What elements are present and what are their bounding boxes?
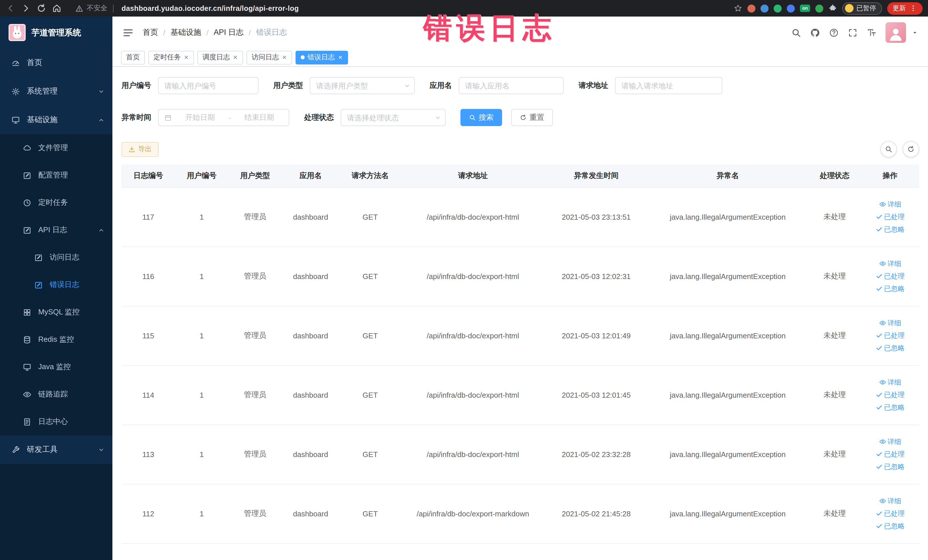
app-logo[interactable]: 芋道管理系统 xyxy=(0,17,112,49)
hamburger-icon[interactable] xyxy=(123,27,133,38)
search-button[interactable]: 搜索 xyxy=(461,109,502,126)
cell-user-id: 1 xyxy=(175,484,228,543)
close-icon[interactable] xyxy=(338,55,343,60)
check-icon xyxy=(876,404,882,411)
reset-button[interactable]: 重置 xyxy=(511,109,553,126)
extensions-puzzle-icon[interactable] xyxy=(829,4,837,12)
github-icon[interactable] xyxy=(810,27,820,37)
processed-link[interactable]: 已处理 xyxy=(876,389,905,401)
detail-link[interactable]: 详细 xyxy=(879,377,901,388)
extension-on-icon[interactable]: on xyxy=(800,5,810,12)
sidebar-item-log-center[interactable]: 日志中心 xyxy=(0,408,112,435)
sidebar-item-mysql-monitor[interactable]: MySQL 监控 xyxy=(0,298,112,326)
breadcrumb-infra[interactable]: 基础设施 xyxy=(171,27,201,38)
tab-schedule-log[interactable]: 调度日志 xyxy=(197,50,243,64)
detail-link[interactable]: 详细 xyxy=(879,436,901,447)
processed-link[interactable]: 已处理 xyxy=(876,330,905,341)
processed-link[interactable]: 已处理 xyxy=(876,270,905,282)
app-name-input[interactable] xyxy=(459,77,564,94)
reload-icon[interactable] xyxy=(37,3,46,13)
tab-home[interactable]: 首页 xyxy=(121,50,145,64)
extension-icon[interactable] xyxy=(815,4,823,12)
sidebar-item-access-log[interactable]: 访问日志 xyxy=(0,244,112,271)
bookmark-star-icon[interactable] xyxy=(734,4,742,12)
user-id-input[interactable] xyxy=(158,77,258,94)
detail-link[interactable]: 详细 xyxy=(879,258,901,269)
ignored-link[interactable]: 已忽略 xyxy=(876,283,905,294)
processed-link[interactable]: 已处理 xyxy=(876,449,905,460)
ignored-link[interactable]: 已忽略 xyxy=(876,342,905,354)
ignored-link[interactable]: 已忽略 xyxy=(876,224,905,235)
security-indicator[interactable]: 不安全 xyxy=(75,3,116,13)
detail-link[interactable]: 详细 xyxy=(879,317,901,329)
end-date-placeholder: 结束日期 xyxy=(235,112,283,123)
tab-access-log[interactable]: 访问日志 xyxy=(246,50,292,64)
breadcrumb-api-log[interactable]: API 日志 xyxy=(214,27,244,38)
refresh-button[interactable] xyxy=(902,141,919,157)
sidebar-item-redis-monitor[interactable]: Redis 监控 xyxy=(0,326,112,353)
sidebar-item-infra[interactable]: 基础设施 xyxy=(0,105,112,134)
sidebar-item-java-monitor[interactable]: Java 监控 xyxy=(0,353,112,381)
request-url-input[interactable] xyxy=(615,77,722,94)
font-size-icon[interactable] xyxy=(866,27,876,37)
extension-icon[interactable] xyxy=(787,4,795,12)
sidebar-item-api-log[interactable]: API 日志 xyxy=(0,216,112,244)
error-log-table: 日志编号 用户编号 用户类型 应用名 请求方法名 请求地址 异常发生时间 异常名… xyxy=(122,164,919,543)
chevron-up-icon xyxy=(98,117,104,123)
fullscreen-icon[interactable] xyxy=(847,27,857,37)
detail-link[interactable]: 详细 xyxy=(879,198,901,210)
close-icon[interactable] xyxy=(233,55,238,60)
eye-icon xyxy=(879,201,886,208)
extension-icon[interactable] xyxy=(760,4,769,12)
address-bar[interactable]: dashboard.yudao.iocoder.cn/infra/log/api… xyxy=(122,4,299,12)
user-avatar[interactable] xyxy=(885,22,906,43)
sidebar-item-file-manage[interactable]: 文件管理 xyxy=(0,134,112,162)
ignored-link[interactable]: 已忽略 xyxy=(876,461,905,472)
avatar-caret-icon[interactable] xyxy=(911,29,918,36)
close-icon[interactable] xyxy=(184,55,189,60)
clock-icon xyxy=(23,198,31,207)
help-icon[interactable] xyxy=(829,27,838,37)
cell-actions: 详细 已处理 已忽略 xyxy=(861,484,919,543)
cell-user-id: 1 xyxy=(175,246,228,306)
extension-icon[interactable] xyxy=(748,4,756,12)
update-button[interactable]: 更新 xyxy=(887,2,922,15)
sidebar-item-trace[interactable]: 链路追踪 xyxy=(0,381,112,408)
processed-link[interactable]: 已处理 xyxy=(876,211,905,223)
cell-exception: java.lang.IllegalArgumentException xyxy=(647,306,808,365)
filter-row-2: 异常时间 开始日期 - 结束日期 处理状态 xyxy=(122,109,919,126)
processed-link[interactable]: 已处理 xyxy=(876,508,905,519)
sidebar-item-dev-tools[interactable]: 研发工具 xyxy=(0,435,112,464)
ignored-link[interactable]: 已忽略 xyxy=(876,520,905,532)
sidebar-item-config-manage[interactable]: 配置管理 xyxy=(0,162,112,189)
search-toggle-button[interactable] xyxy=(880,141,897,157)
tab-cron-jobs[interactable]: 定时任务 xyxy=(148,50,194,64)
breadcrumb-home[interactable]: 首页 xyxy=(143,27,158,38)
sidebar-item-home[interactable]: 首页 xyxy=(0,49,112,77)
cell-log-id: 113 xyxy=(122,424,175,484)
close-icon[interactable] xyxy=(282,55,287,60)
detail-link[interactable]: 详细 xyxy=(879,495,901,507)
logo-image xyxy=(9,24,26,41)
kebab-menu-icon[interactable] xyxy=(909,5,917,12)
cell-url: /api/infra/db-doc/export-html xyxy=(401,365,545,424)
user-type-select[interactable] xyxy=(310,77,415,94)
ignored-link[interactable]: 已忽略 xyxy=(876,402,905,413)
back-icon[interactable] xyxy=(6,3,15,13)
search-icon[interactable] xyxy=(791,27,801,37)
home-icon[interactable] xyxy=(52,3,62,13)
sidebar-item-cron-jobs[interactable]: 定时任务 xyxy=(0,189,112,216)
breadcrumb-separator: / xyxy=(206,28,209,37)
sidebar-item-error-log[interactable]: 错误日志 xyxy=(0,271,112,298)
tab-error-log[interactable]: 错误日志 xyxy=(296,50,348,64)
extension-icon[interactable] xyxy=(774,4,781,12)
screen: 不安全 dashboard.yudao.iocoder.cn/infra/log… xyxy=(0,0,928,560)
process-status-select[interactable] xyxy=(340,109,446,126)
date-range-picker[interactable]: 开始日期 - 结束日期 xyxy=(158,109,289,126)
tag-view-bar: 首页 定时任务 调度日志 访问日志 错误日志 xyxy=(112,49,928,67)
forward-icon[interactable] xyxy=(21,3,31,13)
export-button[interactable]: 导出 xyxy=(122,142,159,157)
profile-chip[interactable]: 已暂停 xyxy=(842,2,882,15)
cell-log-id: 116 xyxy=(122,246,175,306)
sidebar-item-system[interactable]: 系统管理 xyxy=(0,77,112,105)
